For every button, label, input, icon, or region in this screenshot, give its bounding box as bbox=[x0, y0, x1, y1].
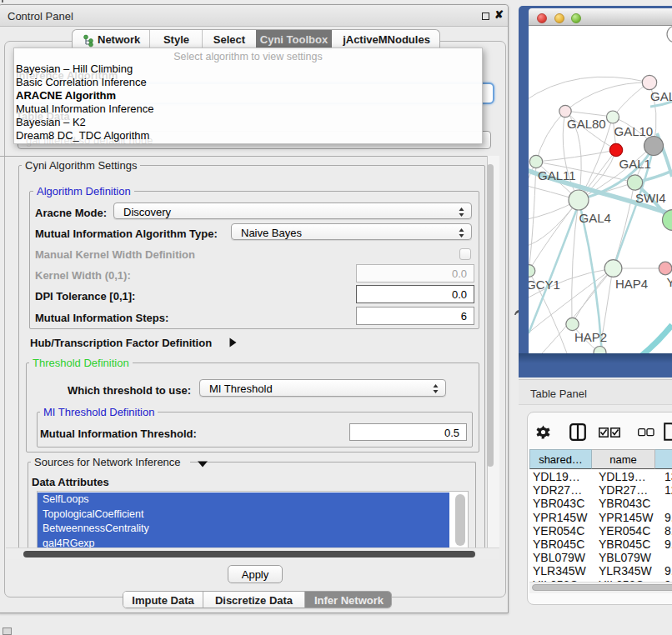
svg-text:HAP2: HAP2 bbox=[574, 330, 607, 344]
svg-text:GAL8: GAL8 bbox=[650, 89, 672, 103]
svg-text:GAL4: GAL4 bbox=[579, 211, 611, 225]
svg-text:GAL10: GAL10 bbox=[614, 124, 654, 138]
svg-text:Y: Y bbox=[667, 275, 672, 289]
svg-text:HAP4: HAP4 bbox=[615, 277, 648, 291]
svg-text:GAL11: GAL11 bbox=[538, 168, 576, 182]
svg-text:GAL80: GAL80 bbox=[567, 117, 606, 131]
svg-text:SWI4: SWI4 bbox=[635, 191, 666, 205]
svg-text:GCY1: GCY1 bbox=[529, 278, 560, 292]
svg-text:GAL1: GAL1 bbox=[619, 157, 651, 171]
